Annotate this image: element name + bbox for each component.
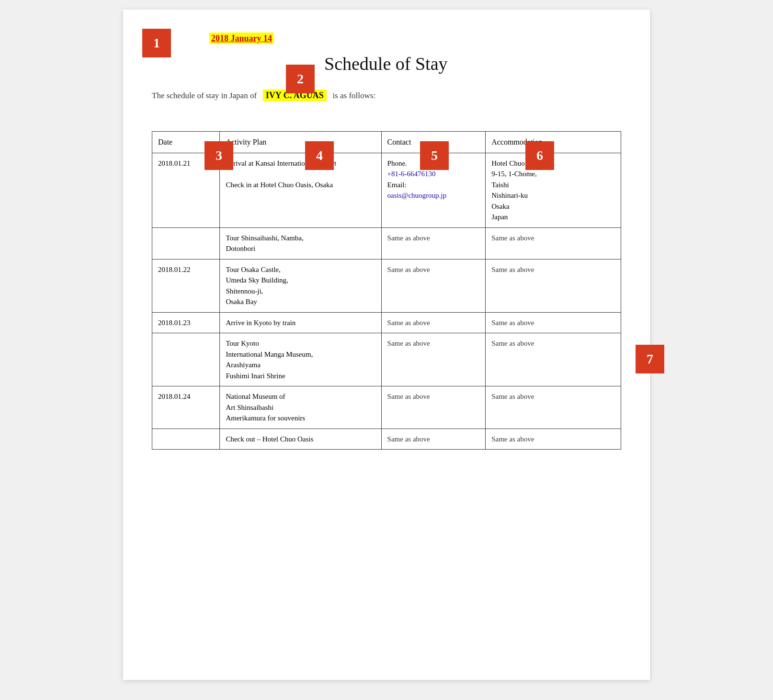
table-row: Check out – Hotel Chuo Oasis Same as abo… [152,429,621,450]
cell-activity: Tour Shinsaibashi, Namba,Dotonbori [220,227,381,259]
header-activity: Activity Plan [220,131,381,153]
date-label: 2018 January 14 [209,33,274,44]
cell-date: 2018.01.23 [152,312,220,333]
badge-1: 1 [142,29,171,57]
cell-date: 2018.01.24 [152,386,220,429]
cell-contact: Same as above [381,227,486,259]
cell-activity: Tour Osaka Castle, Umeda Sky Building, S… [220,259,381,312]
phone-link[interactable]: +81-6-66476130 [387,170,436,178]
cell-accommodation: Same as above [486,227,621,259]
table-row: Tour Kyoto International Manga Museum, A… [152,333,621,386]
badge-3: 3 [205,141,233,170]
cell-accommodation: Same as above [486,333,621,386]
cell-accommodation: Same as above [486,386,621,429]
table-row: 2018.01.22 Tour Osaka Castle, Umeda Sky … [152,259,621,312]
cell-contact: Same as above [381,429,486,450]
schedule-table: Date Activity Plan Contact Accommodation… [152,131,621,450]
cell-date: 2018.01.22 [152,259,220,312]
cell-accommodation: Same as above [486,312,621,333]
page: 1 2018 January 14 2 Schedule of Stay The… [123,10,650,680]
table-row: 2018.01.24 National Museum of Art Shinsa… [152,386,621,429]
cell-activity: Check out – Hotel Chuo Oasis [220,429,381,450]
cell-contact: Same as above [381,259,486,312]
cell-activity: Arrive in Kyoto by train [220,312,381,333]
cell-contact: Same as above [381,386,486,429]
cell-date [152,333,220,386]
table-wrapper: Date Activity Plan Contact Accommodation… [152,131,621,450]
cell-date [152,227,220,259]
cell-activity: Tour Kyoto International Manga Museum, A… [220,333,381,386]
table-row: 2018.01.23 Arrive in Kyoto by train Same… [152,312,621,333]
cell-date [152,429,220,450]
table-row: Tour Shinsaibashi, Namba,Dotonbori Same … [152,227,621,259]
badge-4: 4 [305,141,334,170]
cell-accommodation: Same as above [486,259,621,312]
date-line: 2018 January 14 [209,34,621,44]
main-title: Schedule of Stay [324,53,448,74]
badge-6: 6 [525,141,554,170]
title-area: Schedule of Stay [286,53,621,74]
cell-activity: Arrival at Kansai International Airport … [220,153,381,227]
badge-2: 2 [286,65,315,93]
cell-contact: Same as above [381,312,486,333]
email-link[interactable]: oasis@chuogroup.jp [387,192,446,199]
badge-5: 5 [420,141,449,170]
subtitle: The schedule of stay in Japan of IVY C. … [152,89,621,102]
cell-activity: National Museum of Art Shinsaibashi Amer… [220,386,381,429]
cell-contact: Same as above [381,333,486,386]
badge-7: 7 [636,345,664,373]
cell-accommodation: Same as above [486,429,621,450]
